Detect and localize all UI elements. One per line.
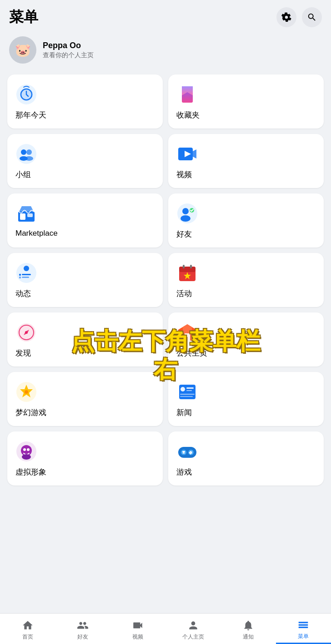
memories-icon — [15, 84, 37, 105]
nav-home[interactable]: 首页 — [0, 614, 55, 644]
grid-label-pages: 公共主页 — [176, 348, 316, 358]
grid-item-groups[interactable]: 小组 — [7, 134, 163, 188]
nav-menu[interactable]: 菜单 — [276, 614, 331, 644]
svg-rect-26 — [190, 265, 192, 268]
svg-rect-41 — [180, 396, 193, 397]
svg-rect-19 — [22, 274, 31, 275]
svg-point-15 — [181, 215, 191, 222]
svg-rect-53 — [183, 451, 184, 454]
grid-label-avatar: 虚拟形象 — [15, 467, 155, 477]
nav-home-label: 首页 — [22, 633, 33, 641]
svg-point-57 — [189, 452, 191, 454]
svg-rect-20 — [22, 277, 29, 278]
grid-label-games: 游戏 — [176, 467, 316, 477]
svg-point-37 — [181, 387, 185, 391]
grid-label-groups: 小组 — [15, 169, 155, 180]
avatar: 🐷 — [9, 36, 36, 64]
profile-section[interactable]: 🐷 Peppa Oo 查看你的个人主页 — [0, 32, 331, 71]
pages-icon — [176, 322, 198, 343]
grid-label-discover: 发现 — [15, 348, 155, 358]
svg-point-4 — [26, 149, 32, 155]
nav-profile[interactable]: 个人主页 — [166, 614, 221, 644]
grid-item-pages[interactable]: 公共主页 — [168, 312, 324, 367]
svg-point-46 — [22, 454, 31, 460]
nav-menu-label: 菜单 — [298, 633, 309, 640]
nav-friends[interactable]: 好友 — [55, 614, 110, 644]
grid-label-friends: 好友 — [176, 229, 316, 239]
gear-icon — [281, 12, 291, 22]
friends-icon — [176, 203, 198, 224]
profile-subtitle: 查看你的个人主页 — [43, 51, 94, 59]
grid-item-saved[interactable]: 收藏夹 — [168, 74, 324, 129]
grid-item-gaming[interactable]: 梦幻游戏 — [7, 372, 163, 426]
grid-item-avatar[interactable]: 虚拟形象 — [7, 431, 163, 485]
grid-item-discover[interactable]: 发现 — [7, 312, 163, 367]
grid-label-marketplace: Marketplace — [15, 229, 155, 238]
svg-rect-12 — [27, 213, 33, 217]
nav-video[interactable]: 视频 — [110, 614, 166, 644]
profile-nav-icon — [187, 619, 199, 631]
settings-button[interactable] — [276, 7, 296, 27]
svg-rect-40 — [180, 394, 195, 395]
search-button[interactable] — [302, 7, 322, 27]
video-icon — [176, 143, 198, 165]
nav-friends-label: 好友 — [77, 633, 88, 641]
nav-video-label: 视频 — [132, 633, 143, 641]
menu-grid: 那年今天 收藏夹 小组 视频 Marketplace — [0, 71, 331, 489]
feeds-icon — [15, 262, 37, 284]
friends-nav-icon — [77, 619, 89, 631]
page-title: 菜单 — [9, 7, 38, 27]
events-icon — [176, 262, 198, 284]
svg-rect-25 — [183, 265, 185, 268]
gaming-icon — [15, 381, 37, 403]
games-icon — [176, 441, 198, 462]
grid-item-video[interactable]: 视频 — [168, 134, 324, 188]
grid-label-saved: 收藏夹 — [176, 110, 316, 120]
svg-rect-24 — [179, 267, 196, 272]
home-icon — [22, 619, 34, 631]
svg-marker-8 — [193, 149, 196, 159]
bell-nav-icon — [242, 619, 254, 631]
news-icon — [176, 381, 198, 403]
grid-label-news: 新闻 — [176, 407, 316, 418]
svg-point-2 — [16, 144, 36, 164]
video-nav-icon — [132, 619, 144, 631]
grid-item-games[interactable]: 游戏 — [168, 431, 324, 485]
bottom-navigation: 首页 好友 视频 个人主页 通知 菜单 — [0, 613, 331, 644]
discover-icon — [15, 322, 37, 343]
svg-point-45 — [27, 448, 30, 451]
svg-point-30 — [25, 331, 28, 334]
grid-label-feeds: 动态 — [15, 288, 155, 299]
svg-point-14 — [182, 208, 189, 214]
nav-profile-label: 个人主页 — [182, 633, 204, 641]
svg-point-6 — [25, 156, 33, 161]
svg-rect-21 — [19, 274, 21, 276]
grid-item-memories[interactable]: 那年今天 — [7, 74, 163, 129]
grid-item-feeds[interactable]: 动态 — [7, 253, 163, 307]
groups-icon — [15, 143, 37, 165]
search-icon — [307, 12, 317, 22]
nav-notification-label: 通知 — [243, 633, 254, 641]
svg-point-3 — [21, 149, 26, 155]
svg-rect-36 — [179, 385, 196, 399]
grid-item-friends[interactable]: 好友 — [168, 193, 324, 248]
marketplace-icon — [15, 203, 37, 224]
svg-rect-11 — [20, 213, 25, 220]
svg-rect-33 — [185, 333, 190, 341]
svg-rect-39 — [186, 390, 192, 391]
nav-notification[interactable]: 通知 — [221, 614, 276, 644]
svg-rect-22 — [19, 277, 21, 278]
avatar-emoji: 🐷 — [15, 43, 31, 58]
grid-item-marketplace[interactable]: Marketplace — [7, 193, 163, 248]
grid-item-news[interactable]: 新闻 — [168, 372, 324, 426]
header-icons — [276, 7, 322, 27]
avatar-icon — [15, 441, 37, 462]
svg-rect-38 — [186, 387, 194, 389]
menu-nav-icon — [297, 619, 309, 631]
saved-icon — [176, 84, 198, 105]
grid-item-events[interactable]: 活动 — [168, 253, 324, 307]
header: 菜单 — [0, 0, 331, 32]
profile-name: Peppa Oo — [43, 41, 94, 50]
grid-label-gaming: 梦幻游戏 — [15, 407, 155, 418]
svg-point-44 — [23, 448, 26, 451]
